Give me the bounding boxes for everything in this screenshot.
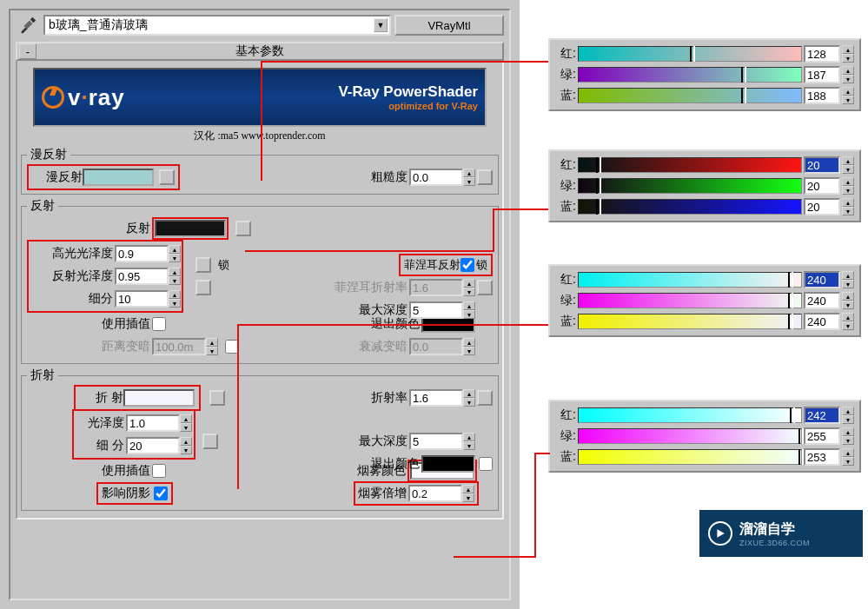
ior-input[interactable] [409, 389, 463, 407]
fogmult-spinner[interactable]: ▲▼ [408, 485, 474, 502]
spinner-down-icon[interactable]: ▼ [463, 177, 475, 186]
diffuse-map-slot[interactable] [159, 169, 175, 185]
rgb-gradient-b[interactable] [578, 199, 802, 215]
refr-gloss-slot[interactable] [202, 434, 218, 449]
maxdepth-spinner[interactable]: ▲▼ [409, 301, 475, 319]
useinterp-label: 使用插值 [27, 316, 150, 332]
rgb-panel-4: 红:▲▼绿:▲▼蓝:▲▼ [548, 400, 861, 473]
roughness-map-slot[interactable] [477, 169, 493, 185]
rgb-value-input[interactable] [804, 292, 840, 309]
rgb-gradient-g[interactable] [578, 428, 802, 444]
refract-subdiv-spinner[interactable]: ▲▼ [126, 437, 192, 454]
ior-map-slot[interactable] [477, 390, 493, 406]
fresnel-highlight: 菲涅耳反射 锁 [399, 254, 493, 276]
ior-spinner[interactable]: ▲▼ [409, 389, 475, 407]
rgb-gradient-g[interactable] [578, 178, 802, 194]
material-type-button[interactable]: VRayMtl [394, 15, 504, 36]
refract-swatch[interactable] [123, 389, 195, 407]
reflect-params-highlight: 高光光泽度 ▲▼ 反射光泽度 ▲▼ 细分 [27, 240, 183, 313]
material-name-dropdown[interactable]: ▼ [43, 15, 391, 36]
rgb-spinner[interactable]: ▲▼ [842, 292, 854, 309]
rgb-value-input[interactable] [804, 427, 840, 445]
rgb-gradient-b[interactable] [578, 88, 802, 103]
material-name-input[interactable] [49, 18, 374, 32]
rgb-value-input[interactable] [804, 271, 840, 288]
refract-subdiv-input[interactable] [126, 437, 180, 454]
rgb-value-input[interactable] [804, 198, 840, 215]
rgb-gradient-r[interactable] [578, 407, 802, 423]
rgb-gradient-b[interactable] [578, 449, 802, 465]
rgb-gradient-b[interactable] [578, 314, 802, 329]
rgb-gradient-g[interactable] [578, 293, 802, 308]
eyedropper-icon[interactable] [16, 15, 40, 36]
dimfalloff-input [409, 338, 463, 355]
fresnel-checkbox[interactable] [461, 258, 474, 272]
rgb-spinner[interactable]: ▲▼ [842, 87, 854, 104]
roughness-input[interactable] [409, 169, 463, 186]
connector-line [237, 324, 239, 440]
maxdepth-input[interactable] [409, 301, 463, 319]
rgb-gradient-r[interactable] [578, 272, 802, 288]
dimfalloff-spinner[interactable]: ▲▼ [409, 338, 475, 355]
refract-gloss-input[interactable] [126, 414, 180, 432]
refr-exitcolor-checkbox[interactable] [479, 457, 493, 471]
rgb-value-input[interactable] [804, 313, 840, 330]
fresnel-ior-slot[interactable] [477, 280, 493, 295]
rgb-spinner[interactable]: ▲▼ [842, 198, 854, 215]
rgb-spinner[interactable]: ▲▼ [842, 45, 854, 63]
highlight-gloss-input[interactable] [115, 245, 169, 262]
rgb-value-input[interactable] [804, 45, 840, 63]
dimdist-spinner[interactable]: ▲▼ [152, 338, 218, 355]
diffuse-swatch[interactable] [83, 169, 154, 186]
affectshadows-checkbox[interactable] [154, 487, 168, 500]
hgloss-map-slot[interactable] [195, 257, 211, 273]
reflect-gloss-input[interactable] [115, 268, 169, 285]
reflect-subdiv-spinner[interactable]: ▲▼ [115, 290, 181, 308]
rgb-gradient-r[interactable] [578, 157, 802, 173]
refr-maxdepth-spinner[interactable]: ▲▼ [409, 433, 475, 450]
collapse-button[interactable]: - [19, 43, 36, 59]
rgb-gradient-g[interactable] [578, 67, 802, 83]
fogmult-highlight: 烟雾倍增 ▲▼ [354, 481, 479, 506]
refr-maxdepth-input[interactable] [409, 433, 463, 450]
rgb-row-g: 绿:▲▼ [555, 175, 854, 196]
vray-banner: v·ray V-Ray PowerShader optimized for V-… [33, 68, 487, 127]
rgb-spinner[interactable]: ▲▼ [842, 177, 854, 195]
rgb-value-input[interactable] [804, 407, 840, 424]
rgb-value-input[interactable] [804, 156, 840, 174]
rgb-label: 绿: [555, 428, 576, 444]
highlight-gloss-spinner[interactable]: ▲▼ [115, 245, 181, 262]
refract-map-slot[interactable] [209, 390, 225, 406]
rgb-spinner[interactable]: ▲▼ [842, 313, 854, 330]
reflect-gloss-spinner[interactable]: ▲▼ [115, 268, 181, 285]
reflect-swatch[interactable] [155, 220, 226, 237]
rgb-value-input[interactable] [804, 87, 840, 104]
refr-useinterp-checkbox[interactable] [152, 464, 166, 478]
rgb-spinner[interactable]: ▲▼ [842, 271, 854, 288]
dropdown-arrow-icon[interactable]: ▼ [374, 18, 388, 32]
rgb-value-input[interactable] [804, 66, 840, 83]
rgb-gradient-r[interactable] [578, 46, 802, 62]
rgb-spinner[interactable]: ▲▼ [842, 448, 854, 466]
spinner-up-icon[interactable]: ▲ [463, 169, 475, 177]
refract-gloss-spinner[interactable]: ▲▼ [126, 414, 192, 432]
reflect-map-slot[interactable] [235, 221, 251, 236]
rgb-spinner[interactable]: ▲▼ [842, 156, 854, 174]
connector-line [245, 250, 494, 252]
rgb-spinner[interactable]: ▲▼ [842, 427, 854, 445]
rgb-value-input[interactable] [804, 448, 840, 466]
rgloss-map-slot[interactable] [195, 280, 211, 295]
fogmult-input[interactable] [408, 485, 462, 502]
rgb-value-input[interactable] [804, 177, 840, 195]
fresnel-ior-spinner[interactable]: ▲▼ [409, 279, 475, 296]
rgb-label: 红: [555, 46, 576, 62]
refract-gloss-label: 光泽度 [76, 415, 124, 431]
reflect-subdiv-input[interactable] [115, 290, 169, 308]
useinterp-checkbox[interactable] [152, 317, 166, 331]
rgb-spinner[interactable]: ▲▼ [842, 66, 854, 83]
refr-exitcolor-swatch[interactable] [421, 455, 475, 473]
roughness-spinner[interactable]: ▲▼ [409, 169, 475, 186]
basic-params-header[interactable]: - 基本参数 [16, 42, 504, 61]
rgb-spinner[interactable]: ▲▼ [842, 407, 854, 424]
rgb-label: 红: [555, 157, 576, 173]
